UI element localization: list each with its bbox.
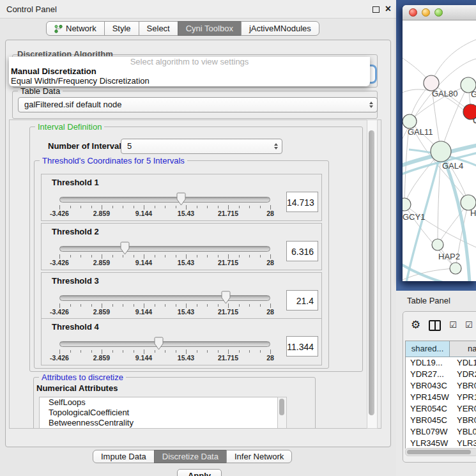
thresholds-group-label: Threshold's Coordinates for 5 Intervals — [40, 156, 187, 165]
cell-shared-name[interactable]: YBL079W — [406, 426, 450, 438]
cell-shared-name[interactable]: YDR27... — [406, 369, 450, 380]
table-horizontal-scrollbar[interactable] — [405, 448, 476, 456]
select-all-icon-2[interactable]: ☑ — [465, 321, 473, 330]
settings-vertical-scrollbar[interactable] — [367, 119, 378, 429]
tab-label: Select — [147, 24, 170, 33]
cell-name[interactable]: YBR0 — [450, 380, 476, 392]
list-item[interactable]: BetweennessCentrality — [40, 418, 277, 428]
settings-scroll-viewport: Interval Definition Number of Intervals … — [9, 119, 381, 429]
list-item[interactable]: TopologicalCoefficient — [40, 408, 277, 418]
split-columns-icon[interactable] — [429, 320, 441, 331]
close-traffic-light-icon[interactable] — [409, 8, 417, 17]
table-panel-title: Table Panel — [407, 296, 450, 305]
table-row[interactable]: YDR27...YDR2 — [406, 369, 476, 380]
cell-shared-name[interactable]: YER054C — [406, 403, 450, 415]
tick-label: 9.144 — [135, 259, 152, 266]
threshold-panel-4: Threshold 4-3.4262.8599.14415.4321.71528… — [41, 318, 322, 365]
network-canvas[interactable]: GAL80 GAL11 GAL4 GCY1 HAP2 GA C H — [403, 20, 476, 281]
table-data-group: Table Data galFiltered.sif default node — [12, 91, 378, 119]
slider-thumb[interactable] — [154, 337, 164, 350]
threshold-value-field[interactable]: 14.713 — [286, 192, 318, 212]
tab-jactivemnodules[interactable]: jActiveMNodules — [241, 21, 319, 36]
cell-shared-name[interactable]: YLR345W — [406, 438, 450, 449]
combo-stepper-icon — [369, 102, 373, 108]
column-header-shared-name[interactable]: shared... — [406, 341, 450, 357]
cell-shared-name[interactable]: YDL19... — [406, 357, 450, 369]
node-gal11[interactable] — [403, 114, 417, 128]
threshold-slider[interactable]: -3.4262.8599.14415.4321.71528 — [59, 337, 270, 362]
label-clipped-c: C — [473, 116, 476, 125]
threshold-value-field[interactable]: 21.4 — [286, 290, 318, 311]
cell-name[interactable]: YDR2 — [450, 369, 476, 380]
slider-track[interactable] — [59, 341, 270, 347]
algorithm-dropdown-popup: Select algorithm to view settings Manual… — [9, 57, 370, 86]
slider-thumb[interactable] — [221, 291, 231, 304]
table-row[interactable]: YDL19...YDL1 — [406, 357, 476, 369]
threshold-value-field[interactable]: 6.316 — [286, 241, 318, 261]
tab-label: Impute Data — [101, 452, 146, 461]
table-row[interactable]: YLR345WYLR3 — [406, 438, 476, 449]
table-header-row: shared... na — [406, 341, 476, 357]
threshold-slider[interactable]: -3.4262.8599.14415.4321.71528 — [59, 192, 270, 218]
close-icon[interactable]: × — [385, 3, 391, 15]
network-window-titlebar — [403, 5, 476, 20]
numerical-attributes-list[interactable]: SelfLoopsTopologicalCoefficientBetweenne… — [39, 397, 278, 429]
tick-label: -3.426 — [50, 354, 69, 362]
tab-select[interactable]: Select — [139, 21, 178, 36]
tab-cyni-toolbox[interactable]: Cyni Toolbox — [178, 21, 242, 36]
cell-name[interactable]: YPR1 — [450, 392, 476, 403]
number-of-intervals-label: Number of Intervals — [48, 141, 126, 151]
table-data-combobox[interactable]: galFiltered.sif default node — [18, 97, 378, 112]
network-view-frame: GAL80 GAL11 GAL4 GCY1 HAP2 GA C H — [396, 0, 476, 291]
slider-track[interactable] — [59, 246, 270, 252]
node-gal4[interactable] — [431, 141, 451, 162]
table-row[interactable]: YBR043CYBR0 — [406, 380, 476, 392]
cell-name[interactable]: YLR3 — [450, 438, 476, 449]
float-window-icon[interactable] — [372, 6, 380, 13]
attributes-list-scrollbar[interactable] — [277, 397, 287, 429]
threshold-slider[interactable]: -3.4262.8599.14415.4321.71528 — [59, 242, 270, 267]
cell-shared-name[interactable]: YBR045C — [406, 415, 450, 426]
number-of-intervals-value: 5 — [127, 141, 132, 151]
cell-name[interactable]: YDL1 — [450, 357, 476, 369]
tab-style[interactable]: Style — [104, 21, 139, 36]
zoom-traffic-light-icon[interactable] — [434, 8, 443, 17]
table-row[interactable]: YBR045CYBR0 — [406, 415, 476, 426]
column-header-name[interactable]: na — [450, 341, 476, 357]
tick-label: 15.43 — [178, 308, 194, 316]
table-row[interactable]: YER054CYER0 — [406, 403, 476, 415]
cell-shared-name[interactable]: YBR043C — [406, 380, 450, 392]
menu-item-manual-discretization[interactable]: Manual Discretization — [9, 66, 370, 76]
node-hap2[interactable] — [432, 239, 443, 250]
minimize-traffic-light-icon[interactable] — [422, 8, 430, 17]
apply-button[interactable]: Apply — [177, 469, 222, 476]
tab-infer-network[interactable]: Infer Network — [226, 450, 292, 463]
slider-thumb[interactable] — [176, 192, 186, 206]
slider-track[interactable] — [59, 295, 270, 301]
cell-name[interactable]: YBL0 — [450, 426, 476, 438]
tab-impute-data[interactable]: Impute Data — [93, 450, 155, 463]
tab-network[interactable]: Network — [46, 21, 105, 36]
cell-shared-name[interactable]: YPR145W — [406, 392, 450, 403]
list-item[interactable]: SelfLoops — [40, 397, 277, 408]
menu-item-equal-width-frequency[interactable]: Equal Width/Frequency Discretization — [9, 76, 370, 86]
tab-discretize-data[interactable]: Discretize Data — [154, 450, 227, 463]
number-of-intervals-combobox[interactable]: 5 — [121, 139, 282, 154]
slider-track[interactable] — [59, 197, 270, 203]
discretization-algorithm-label: Discretization Algorithm — [17, 49, 113, 56]
cell-name[interactable]: YER0 — [450, 403, 476, 415]
table-row[interactable]: YBL079WYBL0 — [406, 426, 476, 438]
threshold-slider[interactable]: -3.4262.8599.14415.4321.71528 — [59, 291, 270, 316]
tick-label: 15.43 — [178, 210, 194, 217]
table-row[interactable]: YPR145WYPR1 — [406, 392, 476, 403]
threshold-value-field[interactable]: 11.344 — [286, 336, 318, 357]
select-all-icon[interactable]: ☑ — [449, 321, 457, 330]
cell-name[interactable]: YBR0 — [450, 415, 476, 426]
table-panel-region: Table Panel ⚙ ☑ ☑ shared... na YDL19...Y… — [396, 291, 476, 476]
threshold-label: Threshold 2 — [52, 227, 99, 236]
node-bottom[interactable] — [450, 263, 461, 274]
gear-icon[interactable]: ⚙ — [411, 319, 420, 331]
label-clipped-ga: GA — [471, 89, 476, 99]
table-data-label: Table Data — [18, 86, 63, 96]
slider-thumb[interactable] — [120, 242, 130, 255]
